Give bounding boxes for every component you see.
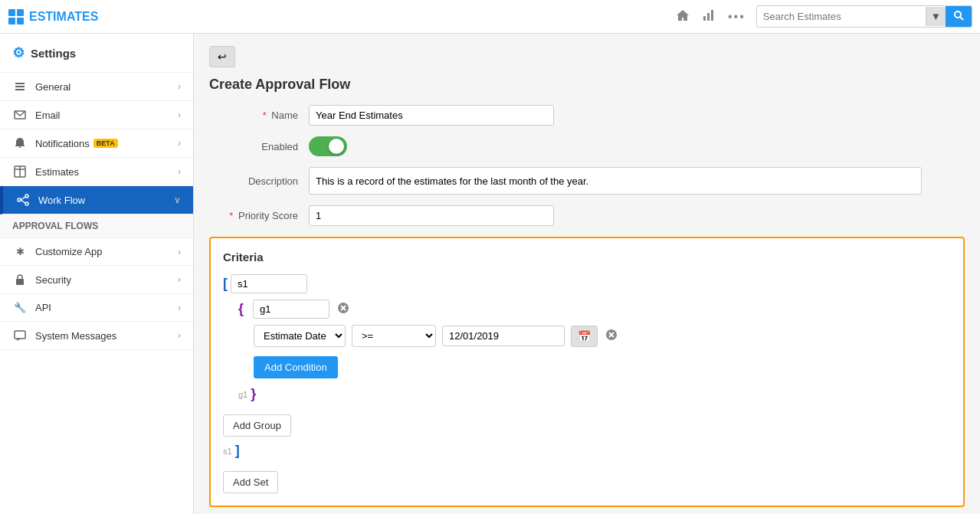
name-label-text: Name xyxy=(271,110,298,121)
add-group-button[interactable]: Add Group xyxy=(223,414,291,437)
priority-input[interactable] xyxy=(309,205,554,226)
svg-rect-3 xyxy=(17,18,24,25)
enabled-toggle[interactable] xyxy=(309,136,347,156)
sidebar-item-estimates-label: Estimates xyxy=(35,166,79,178)
add-set-button[interactable]: Add Set xyxy=(223,471,278,493)
email-icon xyxy=(12,109,28,121)
form-row-enabled: Enabled xyxy=(209,136,965,156)
sidebar-item-notifications[interactable]: Notifications BETA › xyxy=(0,129,193,158)
chevron-right-icon: › xyxy=(178,81,181,92)
form-row-name: * Name xyxy=(209,105,965,126)
app-title-text: ESTIMATES xyxy=(29,10,98,24)
remove-condition-button[interactable] xyxy=(604,327,619,345)
svg-rect-9 xyxy=(15,83,25,84)
chart-button[interactable] xyxy=(697,5,720,28)
sidebar-item-customize-label: Customize App xyxy=(35,246,102,257)
sidebar-item-estimates[interactable]: Estimates › xyxy=(0,158,193,186)
main-content: ↩ Create Approval Flow * Name Enabled De… xyxy=(194,34,980,514)
group-open-bracket: { xyxy=(238,301,244,317)
sidebar-item-email-label: Email xyxy=(35,110,61,121)
table-icon xyxy=(12,165,28,178)
sidebar-item-general-label: General xyxy=(35,81,70,93)
group-close-row: g1 } xyxy=(238,386,951,402)
page-title: Create Approval Flow xyxy=(209,77,965,93)
svg-line-20 xyxy=(21,200,25,203)
sidebar-settings-header: ⚙ Settings xyxy=(0,34,193,73)
search-input[interactable] xyxy=(757,7,926,26)
field-select[interactable]: Estimate Date Amount Status Created By xyxy=(254,325,346,347)
svg-point-7 xyxy=(955,11,961,18)
calendar-button[interactable]: 📅 xyxy=(571,326,598,347)
list-icon xyxy=(12,80,28,93)
remove-group-button[interactable] xyxy=(336,300,351,319)
criteria-title: Criteria xyxy=(223,250,951,264)
message-icon xyxy=(12,329,28,342)
sidebar-item-workflow[interactable]: Work Flow ∨ xyxy=(0,186,193,214)
beta-badge: BETA xyxy=(93,139,118,148)
svg-point-17 xyxy=(25,195,28,198)
set-close-label: s1 xyxy=(223,447,232,456)
home-button[interactable] xyxy=(671,5,694,28)
wrench-icon: ✱ xyxy=(12,246,28,257)
sidebar-item-notifications-label: Notifications xyxy=(35,138,90,149)
svg-rect-5 xyxy=(707,13,710,21)
add-condition-button[interactable]: Add Condition xyxy=(254,356,338,378)
svg-rect-11 xyxy=(15,89,25,90)
sidebar-item-api-label: API xyxy=(35,302,51,313)
chevron-right-icon-security: › xyxy=(178,274,181,285)
sidebar-item-email[interactable]: Email › xyxy=(0,101,193,129)
workflow-icon xyxy=(15,194,31,206)
condition-row: Estimate Date Amount Status Created By >… xyxy=(254,325,951,347)
group-open-row: { xyxy=(238,300,951,319)
add-set-row: Add Set xyxy=(223,465,951,493)
description-label: Description xyxy=(209,175,309,187)
sidebar-item-workflow-label: Work Flow xyxy=(38,195,85,206)
svg-rect-2 xyxy=(8,18,15,25)
svg-point-16 xyxy=(18,198,21,201)
settings-label: Settings xyxy=(31,47,76,60)
svg-rect-6 xyxy=(711,10,713,21)
set-open-row: [ xyxy=(223,274,951,293)
sidebar-item-system-messages[interactable]: System Messages › xyxy=(0,322,193,350)
chevron-right-icon-api: › xyxy=(178,303,181,313)
condition-value-input[interactable] xyxy=(442,326,565,346)
svg-rect-22 xyxy=(15,331,25,339)
chevron-right-icon-email: › xyxy=(178,110,181,120)
group-id-input[interactable] xyxy=(253,300,329,319)
priority-label: * Priority Score xyxy=(209,210,309,221)
lock-icon xyxy=(12,273,28,286)
operator-select[interactable]: >= <= = > < != xyxy=(352,325,436,347)
group-close-label: g1 xyxy=(238,390,247,399)
group-close-bracket: } xyxy=(251,386,256,402)
header-icons: ••• xyxy=(671,5,750,28)
chevron-right-icon-estimates: › xyxy=(178,166,181,177)
app-logo-icon xyxy=(8,8,25,25)
chevron-right-icon-system: › xyxy=(178,330,181,341)
name-input[interactable] xyxy=(309,105,554,126)
sidebar-item-security[interactable]: Security › xyxy=(0,266,193,294)
sidebar-item-general[interactable]: General › xyxy=(0,73,193,101)
form-row-priority: * Priority Score xyxy=(209,205,965,226)
main-layout: ⚙ Settings General › Email › Notificatio… xyxy=(0,34,980,514)
more-button[interactable]: ••• xyxy=(723,7,750,27)
criteria-box: Criteria [ { Estimate Date Amount Statu xyxy=(209,237,965,507)
bell-icon xyxy=(12,137,28,149)
svg-rect-1 xyxy=(17,9,24,16)
search-dropdown-button[interactable]: ▼ xyxy=(926,7,946,26)
sidebar-item-customize-app[interactable]: ✱ Customize App › xyxy=(0,238,193,266)
set-id-input[interactable] xyxy=(231,274,307,293)
sidebar-item-system-messages-label: System Messages xyxy=(35,330,116,342)
required-star-name: * xyxy=(263,110,267,121)
back-button[interactable]: ↩ xyxy=(209,46,235,67)
sidebar-item-api[interactable]: 🔧 API › xyxy=(0,294,193,322)
description-input[interactable] xyxy=(309,167,922,195)
chevron-down-icon-workflow: ∨ xyxy=(174,195,181,205)
required-star-priority: * xyxy=(229,210,233,221)
priority-label-text: Priority Score xyxy=(238,210,298,221)
svg-line-8 xyxy=(960,17,963,20)
search-go-button[interactable] xyxy=(946,6,972,27)
svg-rect-10 xyxy=(15,86,25,87)
enabled-label: Enabled xyxy=(209,141,309,152)
approval-flows-label: Approval Flows xyxy=(12,221,98,231)
settings-gear-icon: ⚙ xyxy=(12,44,25,61)
